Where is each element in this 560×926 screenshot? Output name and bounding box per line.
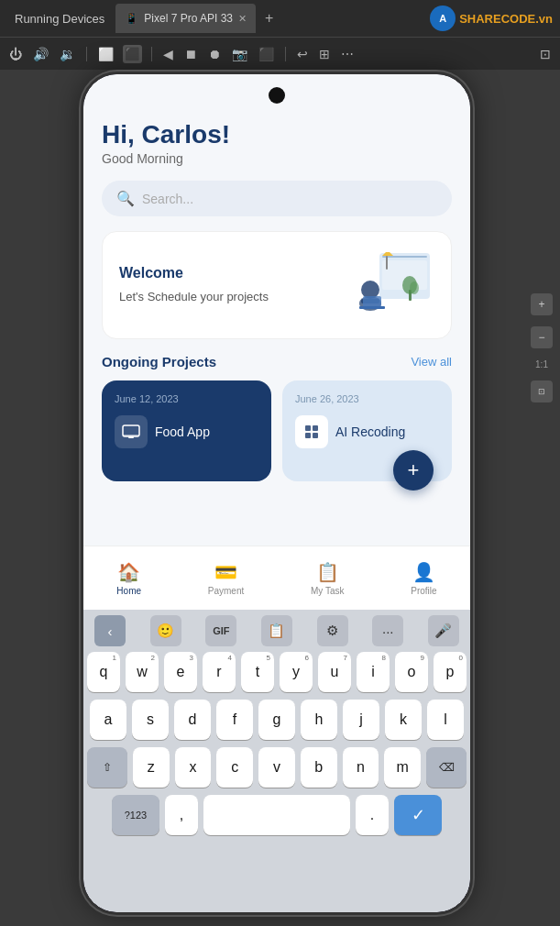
undo-icon[interactable]: ↩ — [295, 45, 310, 63]
backspace-key[interactable]: ⌫ — [426, 747, 467, 788]
logo-circle: A — [430, 6, 456, 31]
keyboard-area: ‹ 🙂 GIF 📋 ⚙ ··· 🎤 q1 w2 e3 r4 — [83, 610, 470, 912]
gif-button[interactable]: GIF — [205, 615, 236, 646]
key-x[interactable]: x — [175, 747, 212, 788]
grid-icon[interactable]: ⊞ — [317, 45, 332, 63]
project-card-food-app[interactable]: June 12, 2023 Food App — [102, 380, 271, 481]
screen-record-icon[interactable]: ⬛ — [257, 45, 276, 63]
key-d[interactable]: d — [174, 700, 211, 740]
emoji-button[interactable]: 🙂 — [150, 615, 181, 646]
key-e[interactable]: e3 — [164, 652, 197, 692]
volume-up-icon[interactable]: 🔊 — [31, 45, 50, 63]
nav-mytask[interactable]: 📋 My Task — [311, 561, 345, 596]
space-key[interactable] — [203, 795, 350, 835]
project-icon-label-1: Food App — [115, 415, 258, 448]
view-all-link[interactable]: View all — [411, 355, 452, 369]
phone-frame: Hi, Carlos! Good Morning 🔍 Search... Wel… — [81, 72, 473, 915]
numeric-key[interactable]: ?123 — [112, 795, 159, 835]
nav-profile[interactable]: 👤 Profile — [411, 561, 436, 596]
comma-key[interactable]: , — [165, 795, 198, 835]
key-t[interactable]: t5 — [241, 652, 274, 692]
key-row-1: q1 w2 e3 r4 t5 y6 u7 i8 o9 p0 — [87, 652, 467, 692]
key-q[interactable]: q1 — [87, 652, 120, 692]
key-j[interactable]: j — [343, 700, 379, 740]
recents-icon[interactable]: ⏺ — [206, 45, 223, 63]
fit-screen-button[interactable]: ⊡ — [531, 380, 553, 402]
home-icon[interactable]: ⏹ — [182, 45, 199, 63]
search-bar[interactable]: 🔍 Search... — [102, 181, 452, 216]
key-r[interactable]: r4 — [203, 652, 236, 692]
project-name-1: Food App — [155, 424, 210, 439]
zoom-level-label: 1:1 — [535, 359, 548, 369]
ongoing-projects-header: Ongoing Projects View all — [102, 354, 452, 369]
clipboard-button[interactable]: 📋 — [261, 615, 292, 646]
logo: A SHARECODE.vn — [430, 6, 553, 31]
settings-button[interactable]: ⚙ — [317, 615, 348, 646]
mic-button[interactable]: 🎤 — [428, 615, 459, 646]
key-m[interactable]: m — [384, 747, 421, 788]
key-b[interactable]: b — [301, 747, 337, 788]
logo-text-share: SHARE — [459, 12, 501, 26]
period-key[interactable]: . — [356, 795, 389, 835]
add-tab-button[interactable]: + — [259, 10, 279, 27]
back-icon[interactable]: ◀ — [161, 45, 175, 63]
food-app-icon — [115, 415, 148, 448]
key-k[interactable]: k — [385, 700, 422, 740]
payment-nav-icon: 💳 — [214, 561, 237, 583]
tab-label: Pixel 7 Pro API 33 — [144, 12, 233, 25]
welcome-illustration — [343, 248, 434, 322]
svg-rect-6 — [363, 296, 381, 307]
svg-point-10 — [410, 281, 419, 294]
key-rows: q1 w2 e3 r4 t5 y6 u7 i8 o9 p0 a s — [83, 652, 470, 839]
key-f[interactable]: f — [216, 700, 253, 740]
key-o[interactable]: o9 — [395, 652, 428, 692]
key-c[interactable]: c — [216, 747, 253, 788]
screen-icon[interactable]: ⬛ — [123, 45, 142, 63]
keyboard-back-button[interactable]: ‹ — [94, 615, 126, 646]
fab-add-button[interactable]: + — [393, 450, 434, 491]
enter-key[interactable]: ✓ — [394, 795, 442, 835]
logo-letter: A — [439, 13, 446, 24]
shift-key[interactable]: ⇧ — [87, 747, 127, 788]
zoom-in-button[interactable]: + — [531, 293, 553, 315]
power-button — [471, 239, 473, 294]
svg-rect-11 — [386, 256, 388, 270]
toolbar: ⏻ 🔊 🔉 ⬜ ⬛ ◀ ⏹ ⏺ 📷 ⬛ ↩ ⊞ ⋯ ⊡ — [0, 37, 560, 70]
logo-text-code: CODE — [501, 12, 536, 26]
key-z[interactable]: z — [133, 747, 170, 788]
screenshot-icon[interactable]: 📷 — [230, 45, 249, 63]
key-a[interactable]: a — [90, 700, 126, 740]
svg-rect-16 — [305, 425, 311, 431]
key-u[interactable]: u7 — [318, 652, 351, 692]
svg-rect-14 — [123, 435, 139, 436]
running-devices-label: Running Devices — [7, 8, 112, 29]
more-keyboard-button[interactable]: ··· — [372, 615, 403, 646]
tab-close-icon[interactable]: ✕ — [238, 13, 247, 25]
nav-payment[interactable]: 💳 Payment — [208, 561, 244, 596]
device-tab[interactable]: 📱 Pixel 7 Pro API 33 ✕ — [115, 4, 256, 33]
power-icon[interactable]: ⏻ — [7, 45, 24, 63]
right-panel: + − 1:1 ⊡ — [531, 293, 553, 402]
toolbar-separator-2 — [151, 47, 152, 61]
volume-down-button — [81, 248, 82, 285]
zoom-out-button[interactable]: − — [531, 326, 553, 348]
key-l[interactable]: l — [427, 700, 464, 740]
key-w[interactable]: w2 — [126, 652, 159, 692]
search-placeholder: Search... — [142, 192, 193, 206]
project-name-2: AI Recoding — [335, 424, 405, 439]
key-h[interactable]: h — [301, 700, 337, 740]
key-y[interactable]: y6 — [280, 652, 313, 692]
greeting-hi: Hi, Carlos! — [102, 120, 452, 149]
rotate-icon[interactable]: ⬜ — [96, 45, 115, 63]
key-n[interactable]: n — [343, 747, 379, 788]
nav-home[interactable]: 🏠 Home — [116, 561, 141, 596]
key-g[interactable]: g — [258, 700, 295, 740]
key-v[interactable]: v — [258, 747, 295, 788]
more-icon[interactable]: ⋯ — [339, 45, 356, 63]
key-p[interactable]: p0 — [434, 652, 467, 692]
volume-down-icon[interactable]: 🔉 — [58, 45, 77, 63]
top-bar: Running Devices 📱 Pixel 7 Pro API 33 ✕ +… — [0, 0, 560, 37]
key-i[interactable]: i8 — [357, 652, 390, 692]
expand-icon[interactable]: ⊡ — [538, 45, 553, 63]
key-s[interactable]: s — [132, 700, 169, 740]
